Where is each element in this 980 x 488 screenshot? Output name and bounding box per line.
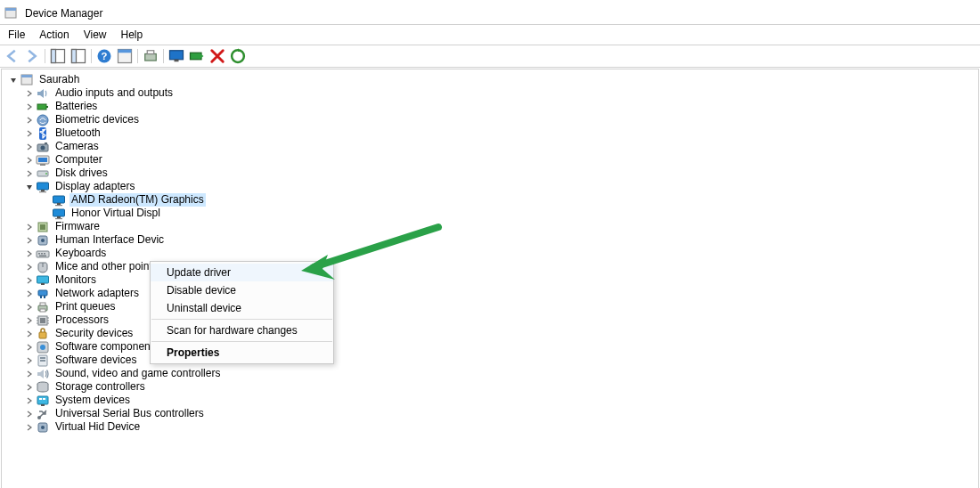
tree-label: Security devices <box>53 327 135 340</box>
monitor-icon <box>36 273 50 288</box>
tree-item-computer[interactable]: Computer <box>4 153 978 167</box>
system-icon <box>36 394 50 408</box>
context-menu-item[interactable]: Properties <box>151 344 333 362</box>
tree-item-firmware[interactable]: Firmware <box>4 220 978 233</box>
tree-pane[interactable]: SaurabhAudio inputs and outputsBatteries… <box>1 69 979 488</box>
disable-icon[interactable] <box>208 46 227 66</box>
software-component-icon <box>36 340 50 354</box>
tree-item-bluetooth[interactable]: Bluetooth <box>4 126 978 140</box>
tree-item-display[interactable]: Display adapters <box>4 180 978 193</box>
mouse-icon <box>36 260 50 274</box>
camera-icon <box>36 140 50 154</box>
tree-item-batteries[interactable]: Batteries <box>4 100 978 113</box>
tree-label: Firmware <box>53 220 102 233</box>
showhide-tree-icon[interactable] <box>48 46 68 66</box>
monitor-icon[interactable] <box>167 46 186 66</box>
context-menu-item[interactable]: Uninstall device <box>151 299 333 317</box>
menu-view[interactable]: View <box>77 28 114 42</box>
printer-icon <box>36 300 50 314</box>
tree-item-storage[interactable]: Storage controllers <box>4 380 978 394</box>
chevron-right-icon[interactable] <box>25 316 34 325</box>
back-icon[interactable] <box>2 46 21 66</box>
chevron-right-icon[interactable] <box>25 249 34 258</box>
tree-label: Bluetooth <box>53 126 102 140</box>
tree-item-system[interactable]: System devices <box>4 394 978 407</box>
tree-label: Storage controllers <box>53 380 147 394</box>
chevron-right-icon[interactable] <box>25 343 34 352</box>
tree-item-audio[interactable]: Audio inputs and outputs <box>4 86 978 100</box>
tree-label: Print queues <box>53 300 117 313</box>
tree-item-diskdrives[interactable]: Disk drives <box>4 167 978 180</box>
tree-item-amd[interactable]: AMD Radeon(TM) Graphics <box>4 193 978 207</box>
chevron-right-icon[interactable] <box>25 129 34 138</box>
chevron-right-icon[interactable] <box>25 410 34 419</box>
chevron-right-icon[interactable] <box>25 423 34 432</box>
tree-root[interactable]: Saurabh <box>4 73 978 86</box>
toolbar-separator <box>91 49 92 63</box>
chevron-right-icon[interactable] <box>25 303 34 312</box>
toolbar-separator <box>45 49 45 63</box>
tree-label: Audio inputs and outputs <box>53 86 175 100</box>
tree-label: Keyboards <box>53 247 108 260</box>
chevron-right-icon[interactable] <box>25 396 34 405</box>
chevron-right-icon[interactable] <box>25 329 34 338</box>
toolbar <box>0 45 980 68</box>
chevron-down-icon[interactable] <box>25 183 34 191</box>
context-menu-item[interactable]: Disable device <box>151 281 333 299</box>
tree-item-keyboards[interactable]: Keyboards <box>4 247 978 260</box>
tree-label: Processors <box>53 313 110 327</box>
computer-icon <box>20 73 34 87</box>
tree-item-usb[interactable]: Universal Serial Bus controllers <box>4 407 978 420</box>
chevron-right-icon[interactable] <box>25 89 34 98</box>
tree-item-hid[interactable]: Human Interface Devic <box>4 233 978 247</box>
tree-item-sound[interactable]: Sound, video and game controllers <box>4 367 978 380</box>
tree-label: Mice and other pointin <box>53 260 162 273</box>
tree-label: AMD Radeon(TM) Graphics <box>69 193 206 207</box>
chevron-right-icon[interactable] <box>25 102 34 111</box>
help-icon[interactable] <box>94 46 114 66</box>
network-icon <box>36 287 50 301</box>
print-icon[interactable] <box>141 46 160 66</box>
chevron-right-icon[interactable] <box>25 156 34 165</box>
menu-action[interactable]: Action <box>32 28 76 42</box>
tree-item-cameras[interactable]: Cameras <box>4 140 978 153</box>
context-menu-item[interactable]: Scan for hardware changes <box>151 321 333 339</box>
forward-icon[interactable] <box>22 46 42 66</box>
cpu-icon <box>36 313 50 328</box>
chevron-right-icon[interactable] <box>25 116 34 125</box>
chevron-right-icon[interactable] <box>25 169 34 178</box>
chevron-right-icon[interactable] <box>25 370 34 378</box>
speaker-icon <box>36 86 50 101</box>
showhide-tree2-icon[interactable] <box>69 46 88 66</box>
chevron-right-icon[interactable] <box>25 289 34 298</box>
chevron-down-icon[interactable] <box>9 76 18 85</box>
software-device-icon <box>36 354 50 368</box>
tree-label: Display adapters <box>53 180 136 193</box>
security-icon <box>36 327 50 341</box>
context-menu[interactable]: Update driverDisable deviceUninstall dev… <box>150 261 334 364</box>
properties-icon[interactable] <box>115 46 135 66</box>
tree-label: System devices <box>53 394 132 407</box>
window-title: Device Manager <box>21 7 102 20</box>
menu-file[interactable]: File <box>1 28 32 42</box>
tree-item-vhid[interactable]: Virtual Hid Device <box>4 420 978 434</box>
context-menu-item[interactable]: Update driver <box>151 264 333 281</box>
tree-item-biometric[interactable]: Biometric devices <box>4 113 978 126</box>
chevron-right-icon[interactable] <box>25 223 34 232</box>
tree-label: Disk drives <box>53 167 110 180</box>
display-icon <box>36 180 50 194</box>
chevron-right-icon[interactable] <box>25 383 34 392</box>
tree-item-honor[interactable]: Honor Virtual Displ <box>4 207 978 220</box>
chevron-right-icon[interactable] <box>25 236 34 245</box>
chevron-right-icon[interactable] <box>25 276 34 285</box>
enable-icon[interactable] <box>187 46 207 66</box>
tree-label: Batteries <box>53 100 99 113</box>
chevron-right-icon[interactable] <box>25 142 34 151</box>
chevron-right-icon[interactable] <box>25 356 34 365</box>
titlebar: Device Manager <box>0 0 980 25</box>
tree-label: Software components <box>53 340 160 354</box>
menu-help[interactable]: Help <box>114 28 151 42</box>
hid-icon <box>36 420 50 435</box>
chevron-right-icon[interactable] <box>25 263 34 272</box>
update-driver-icon[interactable] <box>228 46 248 66</box>
